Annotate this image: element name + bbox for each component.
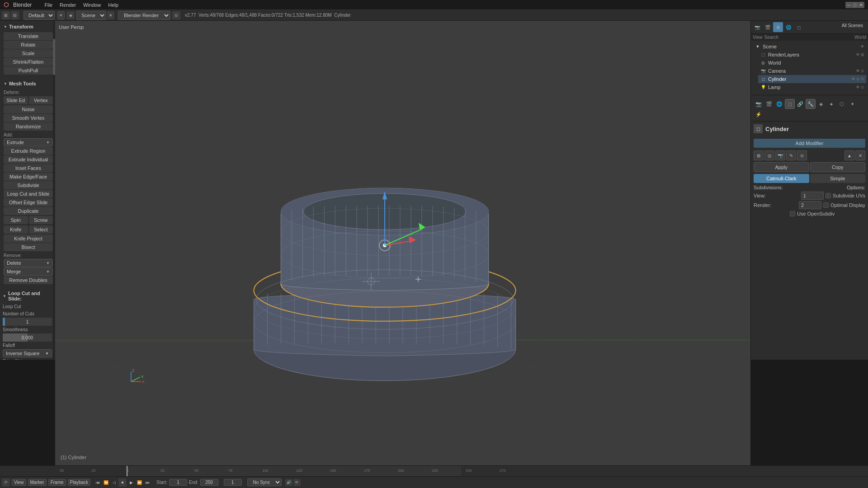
offset-edge-slide-btn[interactable]: Offset Edge Slide (4, 198, 53, 206)
prop-icon-constraints[interactable]: 🔗 (795, 99, 805, 109)
menu-file[interactable]: File (41, 1, 56, 9)
add-modifier-btn[interactable]: Add Modifier (754, 139, 865, 148)
view-label-r[interactable]: View (753, 35, 763, 40)
mod-icon-expand[interactable]: ▲ (844, 150, 854, 160)
tl-playback-btn[interactable]: Playback (68, 479, 91, 486)
prop-icon-world2[interactable]: 🌐 (774, 99, 784, 109)
loop-cut-header[interactable]: ▼ Loop Cut and Slide: (3, 289, 52, 303)
all-scenes-btn[interactable]: All Scenes (838, 22, 867, 32)
search-label-r[interactable]: Search (764, 35, 779, 40)
all-scenes-label[interactable]: World (854, 35, 866, 40)
eye-icon[interactable]: 👁 (860, 44, 864, 49)
mode-dropdown[interactable]: Default (24, 11, 55, 20)
lamp-eye[interactable]: 👁 (856, 85, 860, 89)
prop-world-icon[interactable]: 🌐 (783, 22, 793, 32)
camera-eye[interactable]: 👁 (856, 69, 860, 73)
outline-scene[interactable]: ▼ Scene 👁 (753, 42, 866, 51)
loop-cut-slide-btn[interactable]: Loop Cut and Slide (4, 190, 53, 198)
make-edge-face-btn[interactable]: Make Edge/Face (4, 173, 53, 181)
prop-icon-scene2[interactable]: 🎬 (764, 99, 774, 109)
window-maximize[interactable]: □ (852, 2, 858, 8)
tl-stop[interactable]: ■ (118, 479, 127, 487)
tl-view-btn[interactable]: View (12, 479, 26, 486)
falloff-dropdown[interactable]: Inverse Square (3, 349, 52, 357)
tl-play[interactable]: ▶ (127, 479, 135, 486)
screw-btn[interactable]: Screw (29, 216, 53, 224)
prop-icon-texture[interactable]: ⬡ (837, 99, 847, 109)
prop-icon-modifiers[interactable]: 🔧 (806, 99, 816, 109)
knife-project-btn[interactable]: Knife Project (4, 235, 53, 243)
menu-render[interactable]: Render (56, 1, 80, 9)
view-input[interactable]: 1 (801, 192, 824, 200)
mod-icon-subdiv[interactable]: ⊞ (754, 150, 764, 160)
tl-marker-btn[interactable]: Marker (28, 479, 47, 486)
vertex-btn[interactable]: Vertex (29, 96, 53, 104)
tl-skip-end[interactable]: ⏭ (144, 479, 151, 486)
scene-add-icon[interactable]: ✕ (107, 11, 114, 19)
renderlayers-eye[interactable]: 👁 (856, 52, 860, 57)
catmull-clark-tab[interactable]: Catmull-Clark (754, 174, 809, 183)
mod-icon-realtime[interactable]: ⊙ (797, 150, 807, 160)
scale-btn[interactable]: Scale (4, 49, 53, 57)
tl-audio-icon[interactable]: 🔊 (285, 479, 292, 486)
layout-icon-1[interactable]: ⊞ (2, 11, 10, 19)
prop-icon-render[interactable]: 📷 (754, 99, 764, 109)
engine-icon[interactable]: ⊙ (172, 11, 180, 19)
extrude-dropdown[interactable]: Extrude (4, 138, 53, 146)
scene-dropdown[interactable]: Scene (76, 11, 106, 20)
prop-icon-material[interactable]: ● (826, 99, 836, 109)
opensubdiv-check[interactable] (790, 211, 795, 216)
transform-header[interactable]: ▼ Transform (4, 23, 53, 31)
tl-play-back[interactable]: ◁ (110, 479, 118, 486)
spin-btn[interactable]: Spin (4, 216, 28, 224)
prop-icon-physics[interactable]: ⚡ (754, 109, 764, 119)
outline-camera[interactable]: 📷 Camera 👁 ⊙ (758, 67, 866, 75)
mode-icon-x[interactable]: ✕ (57, 11, 65, 19)
prop-object-icon[interactable]: ◻ (794, 22, 804, 32)
view-btn-r[interactable]: ▣ (773, 22, 783, 32)
left-panel-scrollbar[interactable] (53, 21, 55, 360)
menu-window[interactable]: Window (80, 1, 104, 9)
prop-icon-object[interactable]: ◻ (785, 99, 795, 109)
pushpull-btn[interactable]: PushPull (4, 66, 53, 75)
outline-world[interactable]: ◎ World (758, 59, 866, 67)
sync-dropdown[interactable]: No Sync (247, 479, 282, 486)
layout-icon-2[interactable]: ⊟ (11, 11, 19, 19)
bisect-btn[interactable]: Bisect (4, 243, 53, 251)
subdivide-btn[interactable]: Subdivide (4, 181, 53, 189)
translate-btn[interactable]: Translate (4, 32, 53, 40)
smooth-vertex-btn[interactable]: Smooth Vertex (4, 114, 53, 122)
outline-cylinder[interactable]: ◻ Cylinder 👁 ⊙ ✎ (758, 75, 866, 83)
mod-icon-x[interactable]: ✕ (855, 150, 865, 160)
mod-icon-render[interactable]: 📷 (775, 150, 785, 160)
window-minimize[interactable]: ─ (845, 2, 852, 8)
shrink-flatten-btn[interactable]: Shrink/Flatten (4, 58, 53, 66)
prop-render-icon[interactable]: 📷 (752, 22, 762, 32)
tl-skip-start[interactable]: ⏮ (94, 479, 101, 486)
window-close[interactable]: ✕ (858, 2, 864, 8)
start-input[interactable]: 1 (169, 479, 187, 486)
viewport[interactable]: User Persp (55, 21, 750, 465)
noise-btn[interactable]: Noise (4, 105, 53, 113)
render-input[interactable]: 2 (799, 201, 821, 209)
simple-tab[interactable]: Simple (810, 174, 866, 183)
cylinder-eye[interactable]: 👁 (851, 77, 855, 81)
outline-renderlayers[interactable]: ⬚ RenderLayers 👁 ⊞ (758, 51, 866, 59)
select-btn[interactable]: Select (29, 225, 53, 234)
slide-edge-btn[interactable]: Slide Ed (4, 96, 28, 104)
outline-lamp[interactable]: 💡 Lamp 👁 ⊙ (758, 83, 866, 91)
smoothness-slider[interactable]: 0.000 (3, 333, 52, 342)
current-frame-input[interactable]: 1 (224, 479, 242, 486)
copy-btn[interactable]: Copy (810, 162, 866, 172)
delete-dropdown[interactable]: Delete (4, 259, 53, 267)
rotate-btn[interactable]: Rotate (4, 41, 53, 49)
prop-scene-icon[interactable]: 🎬 (763, 22, 773, 32)
cylinder-render[interactable]: ⊙ (856, 77, 860, 81)
mod-icon-camera[interactable]: ◎ (764, 150, 774, 160)
prop-icon-particles[interactable]: ✦ (847, 99, 857, 109)
lamp-render[interactable]: ⊙ (861, 85, 864, 89)
prop-icon-data[interactable]: ◈ (816, 99, 826, 109)
end-input[interactable]: 250 (200, 479, 218, 486)
render-icon[interactable]: ◈ (66, 11, 75, 19)
tl-next-frame[interactable]: ⏩ (136, 479, 143, 486)
